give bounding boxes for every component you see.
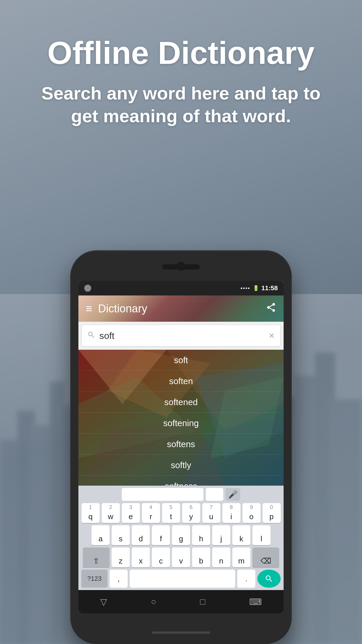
key-n[interactable]: n [212,547,230,567]
key-e[interactable]: 3e [122,503,140,523]
key-p[interactable]: 0p [263,503,281,523]
keyboard-bottom-row: ?123 , . [80,570,282,588]
key-h[interactable]: h [192,525,210,545]
word-softly: softly [171,460,191,470]
backspace-key[interactable]: ⌫ [252,547,279,567]
word-soft: soft [174,355,188,365]
keyboard-top-row: 🎤 [80,488,282,501]
nav-bar: ▽ ○ □ ⌨ [78,590,284,613]
key-j[interactable]: j [212,525,230,545]
list-item[interactable]: softly [78,455,284,476]
search-bar[interactable]: soft ✕ [82,325,280,346]
keyboard-nav-button[interactable]: ⌨ [249,597,262,607]
status-icon [84,285,91,292]
symbols-key[interactable]: ?123 [81,570,108,588]
key-m[interactable]: m [232,547,250,567]
key-z[interactable]: z [112,547,130,567]
key-s[interactable]: s [112,525,130,545]
mic-button[interactable]: 🎤 [226,488,240,501]
key-f[interactable]: f [152,525,170,545]
list-item[interactable]: soften [78,371,284,392]
key-c[interactable]: c [152,547,170,567]
key-l[interactable]: l [252,525,270,545]
page-title: Offline Dictionary [18,35,344,70]
status-left [84,285,91,292]
key-d[interactable]: d [132,525,150,545]
battery-icon: 🔋 [253,285,259,291]
shift-key[interactable]: ⇧ [83,547,110,567]
key-y[interactable]: 6y [182,503,200,523]
keyboard-spacer-2 [206,488,223,501]
keyboard-row-3: ⇧ z x c v b n m ⌫ [80,547,282,567]
keyboard-spacer [122,488,203,501]
status-right: ▪▪▪▪ 🔋 11:58 [240,284,278,292]
clock: 11:58 [261,284,278,292]
key-o[interactable]: 9o [242,503,261,523]
key-q[interactable]: 1q [82,503,100,523]
search-icon [87,331,95,341]
word-soften: soften [169,376,193,386]
phone-mockup: ▪▪▪▪ 🔋 11:58 ≡ Dictionary [70,250,292,644]
menu-button[interactable]: ≡ [86,302,92,315]
phone-speaker [162,264,200,270]
key-g[interactable]: g [172,525,190,545]
key-t[interactable]: 5t [162,503,180,523]
main-content: Offline Dictionary Search any word here … [0,0,362,644]
period-key[interactable]: . [237,570,255,588]
key-i[interactable]: 8i [222,503,240,523]
key-k[interactable]: k [232,525,250,545]
keyboard: 🎤 1q 2w 3e 4r 5t 6y 7u 8i 9o 0p [78,486,284,590]
page-subtitle: Search any word here and tap to get mean… [27,82,335,127]
share-button[interactable] [266,302,276,315]
clear-search-button[interactable]: ✕ [268,331,275,340]
results-list: soft soften softened softening softens [78,350,284,486]
key-u[interactable]: 7u [202,503,220,523]
list-item[interactable]: softens [78,434,284,455]
list-item[interactable]: softening [78,413,284,434]
key-w[interactable]: 2w [102,503,120,523]
search-keyboard-button[interactable] [257,570,281,588]
phone-shell: ▪▪▪▪ 🔋 11:58 ≡ Dictionary [70,250,292,644]
home-nav-button[interactable]: ○ [151,597,156,607]
search-query[interactable]: soft [99,330,268,341]
recent-nav-button[interactable]: □ [200,597,205,607]
word-softening: softening [163,418,199,428]
word-softness: softness [165,481,197,486]
key-v[interactable]: v [172,547,190,567]
list-item[interactable]: softened [78,392,284,413]
keyboard-row-2: a s d f g h j k l [80,525,282,545]
keyboard-row-1: 1q 2w 3e 4r 5t 6y 7u 8i 9o 0p [80,503,282,523]
phone-screen: ▪▪▪▪ 🔋 11:58 ≡ Dictionary [78,281,284,613]
back-nav-button[interactable]: ▽ [100,597,107,607]
word-softens: softens [167,439,195,449]
key-x[interactable]: x [132,547,150,567]
app-bar: ≡ Dictionary [78,295,284,322]
app-title-text: Dictionary [98,302,266,315]
phone-bottom-bar [152,631,210,634]
status-bar: ▪▪▪▪ 🔋 11:58 [78,281,284,295]
signal-icon: ▪▪▪▪ [240,285,250,291]
word-softened: softened [164,397,198,407]
space-key[interactable] [130,570,235,588]
comma-key[interactable]: , [110,570,128,588]
key-a[interactable]: a [92,525,110,545]
list-item[interactable]: softness [78,476,284,486]
list-item[interactable]: soft [78,350,284,371]
key-r[interactable]: 4r [142,503,160,523]
key-b[interactable]: b [192,547,210,567]
